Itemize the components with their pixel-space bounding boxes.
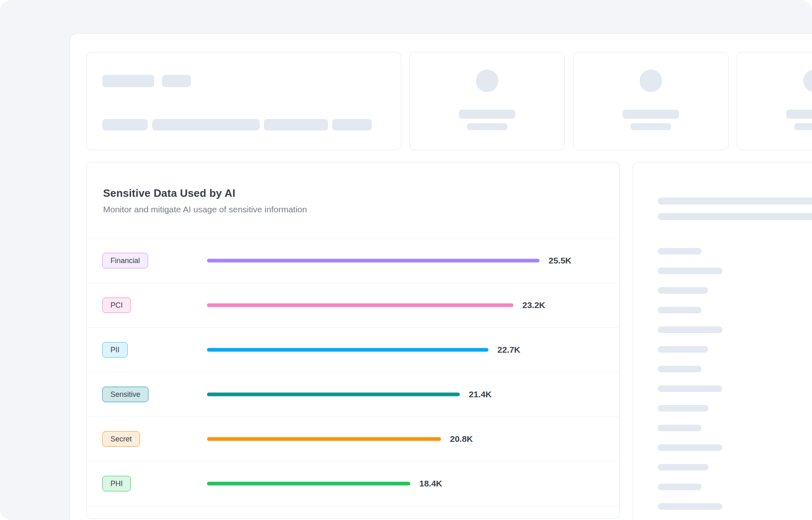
- chart-title: Sensitive Data Used by AI: [103, 186, 603, 200]
- chart-row: PCI 23.2K: [87, 283, 619, 328]
- category-badge: Sensitive: [102, 387, 148, 402]
- sensitive-data-chart-card: Sensitive Data Used by AI Monitor and mi…: [86, 162, 620, 519]
- category-badge: PHI: [102, 476, 131, 491]
- category-bar: [207, 259, 540, 263]
- skeleton-bar: [102, 119, 148, 131]
- category-badge: PCI: [102, 297, 131, 313]
- skeleton-line: [658, 198, 812, 205]
- category-badge: Financial: [102, 253, 148, 268]
- skeleton-avatar-card: [737, 52, 812, 150]
- skeleton-summary-card: [86, 52, 401, 150]
- skeleton-line: [658, 287, 708, 294]
- skeleton-line: [658, 248, 702, 254]
- skeleton-bar: [264, 119, 328, 131]
- skeleton-line: [658, 366, 702, 372]
- skeleton-bar: [332, 119, 372, 131]
- skeleton-line: [459, 110, 515, 119]
- category-badge: Secret: [102, 431, 140, 447]
- skeleton-line: [658, 213, 812, 220]
- chart-subtitle: Monitor and mitigate AI usage of sensiti…: [103, 204, 603, 215]
- skeleton-line: [658, 503, 722, 510]
- category-bar: [207, 348, 488, 352]
- skeleton-line: [794, 123, 812, 130]
- skeleton-line: [658, 405, 709, 412]
- category-value: 21.4K: [469, 389, 492, 399]
- skeleton-line: [658, 346, 708, 353]
- skeleton-avatar-card: [573, 52, 729, 150]
- skeleton-line: [786, 110, 812, 119]
- category-bar: [207, 437, 441, 441]
- skeleton-line: [658, 464, 709, 470]
- top-cards-row: [86, 52, 812, 150]
- category-badge: PII: [102, 342, 128, 358]
- skeleton-avatar-card: [409, 52, 565, 150]
- category-value: 23.2K: [522, 300, 545, 310]
- chart-header: Sensitive Data Used by AI Monitor and mi…: [87, 162, 619, 239]
- category-value: 25.5K: [549, 256, 571, 266]
- chart-row: Financial 25.5K: [87, 239, 619, 283]
- category-value: 20.8K: [450, 434, 473, 444]
- category-bar: [207, 393, 460, 396]
- avatar-placeholder: [476, 70, 499, 92]
- chart-row: Sensitive 21.4K: [87, 372, 619, 417]
- skeleton-line: [467, 123, 508, 130]
- chart-row: Secret 20.8K: [87, 417, 619, 461]
- avatar-placeholder: [803, 70, 812, 92]
- category-value: 22.7K: [497, 345, 520, 355]
- skeleton-line: [658, 385, 722, 392]
- avatar-placeholder: [640, 70, 662, 92]
- category-bar: [207, 304, 513, 307]
- skeleton-line: [658, 268, 722, 274]
- chart-row: PII 22.7K: [87, 328, 619, 372]
- chart-row: PHI 18.4K: [87, 461, 619, 506]
- skeleton-line: [658, 425, 702, 431]
- skeleton-line: [623, 110, 679, 119]
- skeleton-pill: [102, 75, 154, 87]
- skeleton-line: [658, 326, 722, 333]
- category-value: 18.4K: [419, 479, 442, 488]
- skeleton-line: [658, 307, 702, 313]
- app-page: Sensitive Data Used by AI Monitor and mi…: [0, 0, 812, 520]
- chart-rows: Financial 25.5K PCI 23.2K PII 22.7K Sens…: [87, 239, 619, 506]
- skeleton-line: [658, 444, 722, 451]
- category-bar: [207, 482, 410, 486]
- skeleton-line: [631, 123, 671, 130]
- skeleton-line: [658, 484, 702, 490]
- skeleton-pill: [162, 75, 191, 87]
- skeleton-side-card: [633, 162, 812, 520]
- skeleton-bar: [152, 119, 260, 131]
